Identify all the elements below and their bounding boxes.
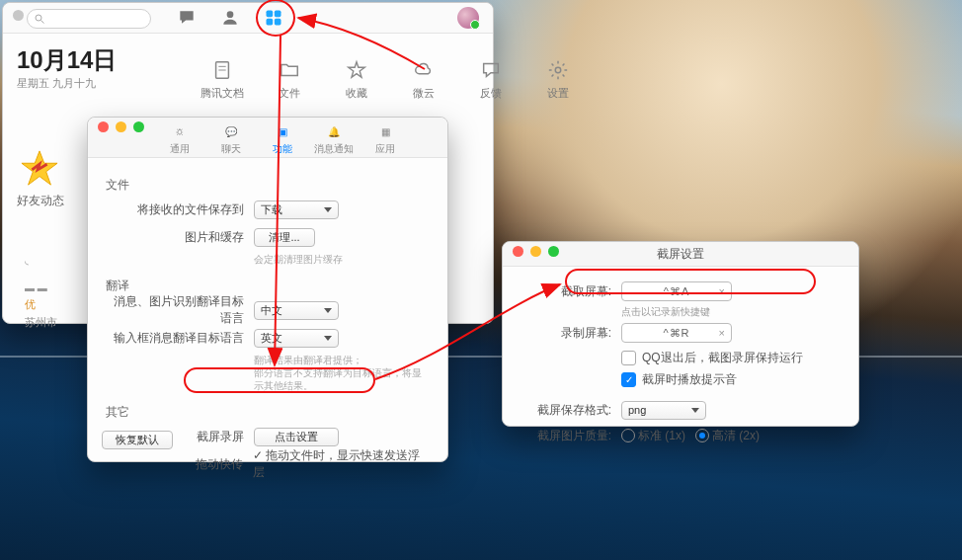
- clear-shortcut-icon[interactable]: ×: [719, 285, 726, 297]
- cat-weiyun[interactable]: 微云: [402, 58, 445, 101]
- shortcut-capture[interactable]: ^⌘A×: [621, 281, 732, 301]
- checkbox-dragtransfer[interactable]: ✓ 拖动文件时，显示快速发送浮层: [253, 447, 430, 481]
- cat-settings[interactable]: 设置: [536, 58, 580, 101]
- select-save-to[interactable]: 下载: [254, 200, 339, 219]
- label-pic-cache: 图片和缓存: [106, 229, 254, 246]
- cat-files[interactable]: 文件: [268, 58, 311, 101]
- search-icon: [34, 13, 45, 25]
- ss-body: 截取屏幕:^⌘A× 点击以记录新快捷键 录制屏幕:^⌘R× QQ退出后，截图录屏…: [503, 266, 858, 426]
- window-traffic-lights[interactable]: [513, 246, 559, 257]
- cat-label: 文件: [279, 86, 300, 101]
- select-value: 下载: [261, 202, 282, 217]
- cat-favorites[interactable]: 收藏: [335, 58, 378, 101]
- tab-chat[interactable]: 💬聊天: [208, 120, 254, 156]
- cat-label: 腾讯文档: [200, 86, 244, 101]
- svg-point-0: [36, 15, 41, 21]
- button-clean-cache[interactable]: 清理...: [254, 228, 315, 247]
- tab-label: 聊天: [221, 142, 241, 156]
- tab-label: 通用: [170, 142, 190, 156]
- select-trans-msg[interactable]: 中文: [254, 301, 339, 320]
- button-screenshot-settings[interactable]: 点击设置: [254, 428, 339, 446]
- svg-rect-4: [275, 11, 281, 18]
- checkbox-label: 截屏时播放提示音: [642, 371, 737, 388]
- tab-general[interactable]: ⛭通用: [157, 120, 202, 156]
- svg-line-1: [41, 21, 44, 24]
- section-file: 文件: [106, 177, 430, 194]
- checkbox-label: QQ退出后，截图录屏保持运行: [642, 350, 803, 366]
- checkbox-label: 拖动文件时，显示快速发送浮层: [253, 448, 420, 479]
- bell-icon: 🔔: [325, 123, 343, 141]
- gear-icon: ⛭: [171, 123, 189, 141]
- hint-trans2: 部分语言不支持翻译为目标语言，将显示其他结果。: [254, 366, 430, 392]
- label-capture: 截取屏幕:: [521, 283, 621, 300]
- checkbox-icon: ✓: [621, 372, 636, 387]
- cat-label: 设置: [547, 86, 569, 101]
- hint-cache: 会定期清理图片缓存: [254, 253, 430, 266]
- shortcut-value: ^⌘A: [664, 285, 690, 298]
- hint-shortcut: 点击以记录新快捷键: [621, 305, 841, 319]
- radio-label: 标准 (1x): [638, 428, 685, 444]
- app-category-row: 腾讯文档 文件 收藏 微云 反馈 设置: [200, 58, 580, 101]
- search-input[interactable]: [27, 9, 151, 29]
- contacts-icon[interactable]: [219, 7, 241, 29]
- tab-apps[interactable]: ▦应用: [362, 120, 408, 156]
- qzone-label: 好友动态: [17, 193, 64, 209]
- label-trans-msg: 消息、图片识别翻译目标语言: [106, 293, 254, 327]
- apps-grid-icon[interactable]: [263, 7, 284, 29]
- svg-rect-3: [267, 11, 274, 18]
- preferences-window: ⛭通用 💬聊天 ▣功能 🔔消息通知 ▦应用 文件 将接收的文件保存到下载 图片和…: [87, 117, 448, 462]
- checkbox-keep-running[interactable]: QQ退出后，截图录屏保持运行: [621, 347, 841, 368]
- select-format[interactable]: png: [621, 401, 706, 420]
- select-value: png: [628, 404, 646, 416]
- svg-rect-5: [267, 19, 274, 26]
- cat-feedback[interactable]: 反馈: [469, 58, 513, 101]
- shortcut-value: ^⌘R: [663, 327, 689, 340]
- qzone-star-icon[interactable]: [21, 149, 58, 187]
- tab-label: 功能: [273, 142, 292, 156]
- clear-shortcut-icon[interactable]: ×: [719, 327, 726, 339]
- cube-icon: ▣: [274, 123, 291, 141]
- svg-marker-10: [349, 62, 365, 78]
- radio-hd[interactable]: 高清 (2x): [695, 428, 760, 444]
- label-dragtransfer: 拖动快传: [106, 456, 253, 473]
- svg-rect-6: [275, 19, 281, 26]
- city-label: 苏州市: [25, 315, 57, 330]
- cat-label: 反馈: [480, 86, 502, 101]
- tab-label: 应用: [375, 142, 395, 156]
- screenshot-settings-window: 截屏设置 截取屏幕:^⌘A× 点击以记录新快捷键 录制屏幕:^⌘R× QQ退出后…: [502, 241, 859, 427]
- date-sub: 星期五 九月十九: [17, 76, 96, 91]
- cat-tencent-docs[interactable]: 腾讯文档: [200, 58, 244, 101]
- section-other: 其它: [106, 404, 430, 421]
- restore-defaults-button[interactable]: 恢复默认: [102, 431, 173, 449]
- cat-label: 微云: [413, 86, 435, 101]
- svg-point-11: [555, 67, 561, 73]
- tab-features[interactable]: ▣功能: [260, 120, 305, 156]
- tab-label: 消息通知: [314, 142, 354, 156]
- chat-icon: 💬: [222, 123, 240, 141]
- cat-label: 收藏: [346, 86, 367, 101]
- date-large: 10月14日: [17, 44, 117, 76]
- hint-trans1: 翻译结果由翻译君提供；: [254, 354, 430, 366]
- radio-label: 高清 (2x): [712, 428, 760, 444]
- tab-notifications[interactable]: 🔔消息通知: [311, 120, 357, 156]
- window-title: 截屏设置: [657, 246, 704, 263]
- checkbox-play-sound[interactable]: ✓截屏时播放提示音: [621, 368, 841, 390]
- label-save-to: 将接收的文件保存到: [106, 201, 254, 218]
- sidebar-misc-icons: ◟▬ ▬: [25, 254, 47, 295]
- avatar[interactable]: [457, 7, 479, 29]
- select-value: 英文: [261, 331, 282, 346]
- section-translate: 翻译: [106, 278, 430, 294]
- weather-label: 优: [25, 297, 36, 312]
- pref-tabs: ⛭通用 💬聊天 ▣功能 🔔消息通知 ▦应用: [88, 118, 447, 157]
- checkbox-icon: [621, 351, 636, 365]
- radio-standard[interactable]: 标准 (1x): [621, 428, 685, 444]
- select-trans-input[interactable]: 英文: [254, 329, 339, 348]
- label-trans-input: 输入框消息翻译目标语言: [106, 330, 254, 347]
- select-value: 中文: [261, 303, 282, 318]
- toolbar-icons: [176, 7, 284, 29]
- shortcut-record[interactable]: ^⌘R×: [621, 323, 732, 343]
- label-quality: 截屏图片质量:: [521, 428, 621, 444]
- svg-point-2: [227, 11, 234, 18]
- pref-body: 文件 将接收的文件保存到下载 图片和缓存清理... 会定期清理图片缓存 翻译 消…: [88, 157, 447, 461]
- chat-icon[interactable]: [176, 7, 198, 29]
